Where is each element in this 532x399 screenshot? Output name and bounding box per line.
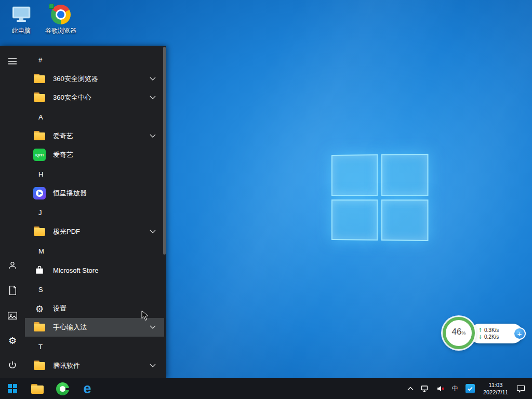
start-menu-folder-item[interactable]: 360安全浏览器 (25, 70, 164, 88)
memory-percent-unit: % (461, 330, 466, 336)
clock-time: 11:03 (489, 381, 503, 389)
chevron-down-icon[interactable] (150, 364, 156, 368)
chevron-down-icon[interactable] (150, 325, 156, 329)
power-button[interactable] (0, 354, 25, 377)
desktop-icon-label: 谷歌浏览器 (44, 26, 78, 35)
volume-button[interactable] (433, 378, 448, 399)
system-tray: 中 11:03 2022/7/11 (404, 378, 532, 399)
power-icon (7, 360, 18, 370)
security-check-icon (466, 384, 475, 393)
tray-overflow-button[interactable] (404, 378, 417, 399)
file-explorer-icon (31, 384, 44, 394)
network-status-button[interactable] (417, 378, 433, 399)
start-menu-folder-item[interactable]: 360安全中心 (25, 88, 164, 107)
start-menu-app-item[interactable]: iQIYI爱奇艺 (25, 145, 164, 164)
hamburger-menu-button[interactable] (0, 50, 25, 73)
desktop-icon-label: 此电脑 (4, 26, 38, 35)
start-menu-app-item[interactable]: Microsoft Store (25, 261, 164, 280)
plus-icon: + (517, 329, 522, 338)
start-menu-folder-item[interactable]: 爱奇艺 (25, 127, 164, 145)
net-speed-panel: ↑ 0.3K/s ↓ 0.2K/s + (470, 324, 523, 343)
file-explorer-button[interactable] (25, 378, 50, 399)
clock-date: 2022/7/11 (483, 389, 508, 396)
star-player-icon (33, 187, 46, 200)
this-pc-icon (11, 5, 32, 24)
network-icon (421, 384, 429, 393)
folder-icon (33, 225, 46, 238)
memory-percent-value: 46 (452, 327, 462, 337)
start-menu-folder-item[interactable]: 手心输入法 (25, 318, 164, 337)
windows-logo (331, 154, 429, 241)
documents-button[interactable] (0, 279, 25, 302)
start-menu-section-header[interactable]: H (25, 164, 164, 184)
desktop-icon-this-pc[interactable]: 此电脑 (4, 4, 38, 35)
download-speed-value: 0.2K/s (484, 334, 499, 340)
pictures-button[interactable] (0, 304, 25, 327)
start-menu-list: #360安全浏览器360安全中心A爱奇艺iQIYI爱奇艺H恒星播放器J极光PDF… (25, 50, 164, 378)
folder-icon (33, 130, 46, 142)
pictures-icon (7, 311, 18, 320)
chevron-up-icon (407, 387, 414, 391)
taskbar: e 中 11:03 2022/7/11 (0, 378, 532, 399)
volume-muted-icon (436, 384, 445, 393)
windows-logo-pane (381, 200, 428, 242)
start-menu-section-header[interactable]: M (25, 241, 164, 261)
start-menu-item-label: 腾讯软件 (53, 361, 80, 370)
start-menu-item-label: Microsoft Store (53, 267, 98, 274)
notification-icon (516, 385, 525, 393)
start-menu-app-item[interactable]: ⚙设置 (25, 299, 164, 318)
gear-icon: ⚙ (33, 302, 46, 315)
edge-button[interactable]: e (75, 378, 100, 399)
memory-usage-ball[interactable]: 46 % (443, 317, 475, 349)
net-speed-widget: ↑ 0.3K/s ↓ 0.2K/s + 46 % (443, 317, 526, 351)
start-menu-item-label: 360安全中心 (53, 93, 91, 102)
start-menu-app-item[interactable]: 恒星播放器 (25, 184, 164, 203)
folder-icon (33, 360, 46, 372)
chevron-down-icon[interactable] (150, 77, 156, 81)
start-menu-item-label: 设置 (53, 304, 66, 313)
security-tray-button[interactable] (462, 378, 478, 399)
clock[interactable]: 11:03 2022/7/11 (478, 381, 513, 396)
upload-arrow-icon: ↑ (478, 327, 484, 334)
settings-button[interactable]: ⚙ (0, 329, 25, 352)
ms-store-icon (33, 264, 46, 276)
start-menu-item-label: 360安全浏览器 (53, 74, 98, 84)
iqiyi-icon: iQIYI (33, 149, 46, 161)
start-menu-folder-item[interactable]: 腾讯软件 (25, 356, 164, 375)
folder-icon (33, 321, 46, 334)
start-menu-section-header[interactable]: T (25, 337, 164, 356)
edge-icon: e (83, 382, 91, 396)
action-center-button[interactable] (513, 378, 529, 399)
start-menu-rail: ⚙ (0, 46, 25, 378)
input-method-indicator[interactable]: 中 (448, 378, 462, 399)
download-arrow-icon: ↓ (478, 334, 484, 340)
start-button[interactable] (0, 378, 25, 399)
start-menu-item-label: 手心输入法 (53, 323, 87, 332)
upload-speed-value: 0.3K/s (484, 327, 499, 334)
start-menu-section-header[interactable]: J (25, 203, 164, 222)
start-menu-item-label: 恒星播放器 (53, 189, 87, 198)
document-icon (8, 285, 17, 296)
user-button[interactable] (0, 254, 25, 277)
windows-start-icon (8, 384, 17, 393)
chevron-down-icon[interactable] (150, 230, 156, 234)
chevron-down-icon[interactable] (150, 134, 156, 138)
gear-icon: ⚙ (8, 335, 17, 346)
start-menu-scrollbar[interactable] (163, 47, 166, 255)
browser-360-icon (56, 382, 69, 395)
desktop-icon-chrome[interactable]: 谷歌浏览器 (44, 4, 78, 35)
browser-360-button[interactable] (50, 378, 75, 399)
start-menu-folder-item[interactable]: 极光PDF (25, 222, 164, 241)
start-menu-section-header[interactable]: # (25, 50, 164, 70)
start-menu-section-header[interactable]: S (25, 280, 164, 299)
windows-logo-pane (331, 154, 378, 196)
start-menu-section-header[interactable]: A (25, 107, 164, 127)
input-method-label: 中 (452, 384, 458, 393)
green-badge-icon (49, 4, 54, 9)
screen: 此电脑谷歌浏览器 ⚙ #360安全浏览器360安全中心A爱奇艺iQIYI爱奇艺H… (0, 0, 532, 399)
chrome-icon (51, 5, 71, 24)
start-menu: ⚙ #360安全浏览器360安全中心A爱奇艺iQIYI爱奇艺H恒星播放器J极光P… (0, 46, 166, 378)
accelerate-plus-button[interactable]: + (513, 327, 526, 340)
chevron-down-icon[interactable] (150, 96, 156, 100)
start-menu-item-label: 极光PDF (53, 227, 80, 236)
